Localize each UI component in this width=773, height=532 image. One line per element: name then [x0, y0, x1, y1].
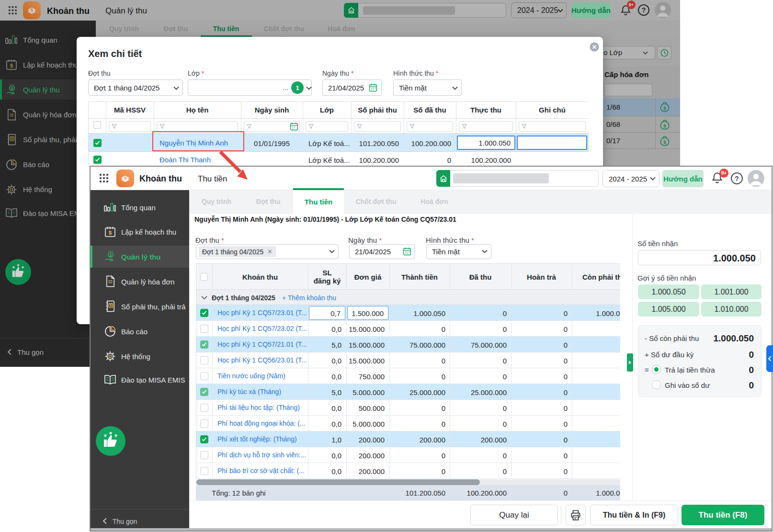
svg-text:$: $ [11, 86, 13, 91]
svg-text:$: $ [663, 140, 666, 145]
svg-text:$: $ [663, 106, 666, 111]
svg-text:$: $ [10, 63, 13, 68]
svg-text:$: $ [109, 253, 112, 258]
svg-text:$: $ [663, 124, 666, 128]
svg-text:S: S [124, 176, 127, 181]
svg-text:S: S [31, 8, 34, 12]
svg-text:$: $ [110, 303, 112, 307]
svg-text:$: $ [11, 136, 13, 141]
svg-text:$: $ [109, 230, 112, 236]
